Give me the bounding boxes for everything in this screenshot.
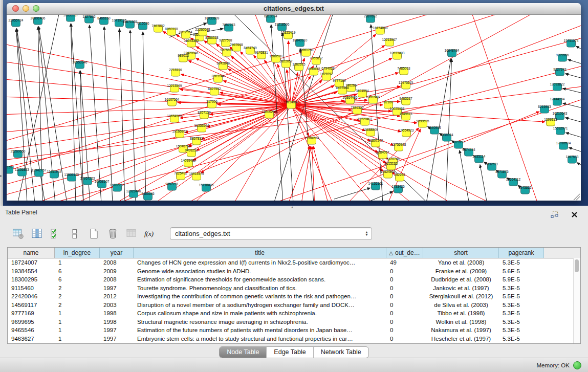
- import-table-icon[interactable]: [125, 227, 138, 239]
- network-node[interactable]: 16353594: [194, 124, 209, 132]
- zoom-window-button[interactable]: [33, 5, 39, 12]
- network-node[interactable]: 17016514: [556, 141, 571, 149]
- network-node[interactable]: 10654112: [506, 178, 521, 186]
- delete-table-icon[interactable]: [106, 227, 119, 239]
- network-node[interactable]: 25260650: [11, 149, 26, 158]
- network-node[interactable]: 9245652: [518, 186, 532, 194]
- network-node[interactable]: 7857223: [222, 23, 235, 31]
- table-row[interactable]: 1830029562008Estimation of significance …: [8, 275, 580, 284]
- network-node[interactable]: 1733426: [391, 185, 405, 193]
- column-header-out_de[interactable]: △out_de…: [386, 248, 423, 258]
- network-node[interactable]: 19218506: [275, 23, 290, 31]
- network-node[interactable]: 12213967: [382, 38, 397, 46]
- network-node[interactable]: 8938924: [440, 133, 453, 141]
- show-columns-icon[interactable]: [30, 227, 43, 239]
- table-row[interactable]: 969969511998Structural magnetic resonanc…: [8, 318, 580, 326]
- network-node[interactable]: 15718485: [199, 183, 214, 191]
- network-node[interactable]: 7663822: [151, 24, 165, 32]
- network-node[interactable]: 2803144: [211, 74, 225, 82]
- network-node[interactable]: 14671355: [123, 20, 138, 28]
- window-titlebar[interactable]: citations_edges.txt: [7, 3, 581, 15]
- network-node[interactable]: 16914479: [189, 172, 204, 180]
- column-header-pagerank[interactable]: pagerank: [499, 248, 544, 258]
- network-node[interactable]: 19166852: [172, 129, 187, 138]
- network-node[interactable]: 13756928: [391, 143, 406, 151]
- network-node[interactable]: 391591: [7, 165, 14, 173]
- network-node[interactable]: 1615132: [384, 162, 398, 170]
- network-node[interactable]: 12942757: [32, 168, 47, 177]
- table-row[interactable]: 1938455462009Genome-wide association stu…: [8, 267, 580, 276]
- network-node[interactable]: 12325419: [281, 31, 296, 39]
- deselect-all-rows-icon[interactable]: [68, 227, 81, 239]
- network-node[interactable]: 12093822: [550, 82, 565, 91]
- minimize-window-button[interactable]: [23, 5, 29, 12]
- network-node[interactable]: 9699695: [416, 119, 429, 127]
- network-node[interactable]: 7955812: [310, 56, 323, 64]
- network-node[interactable]: 2887682: [364, 15, 377, 23]
- tab-node-table[interactable]: Node Table: [220, 347, 267, 358]
- network-node[interactable]: 7832621: [485, 162, 498, 170]
- network-node[interactable]: 7515526: [136, 21, 149, 30]
- network-node[interactable]: 13505135: [64, 173, 79, 181]
- column-header-short[interactable]: short: [423, 248, 499, 258]
- network-node[interactable]: 8466160: [97, 16, 111, 25]
- column-header-year[interactable]: year: [100, 248, 134, 258]
- network-node[interactable]: 1640954: [428, 126, 441, 134]
- select-all-rows-icon[interactable]: [49, 227, 62, 239]
- network-node[interactable]: 19654985: [167, 114, 182, 122]
- network-node[interactable]: 16648784: [445, 49, 460, 57]
- network-node[interactable]: 18640910: [293, 38, 308, 47]
- network-node[interactable]: 9857791: [165, 182, 179, 190]
- table-row[interactable]: 1872400712008Changes of HCN gene express…: [8, 258, 580, 267]
- network-node[interactable]: 8912954: [179, 30, 192, 38]
- close-window-button[interactable]: [12, 5, 19, 12]
- table-row[interactable]: 977716911998Corpus callosum shape and si…: [8, 309, 580, 318]
- network-node[interactable]: 15692971: [553, 126, 568, 135]
- network-node[interactable]: 6813034: [264, 15, 277, 23]
- table-row[interactable]: 946362711997Embryonic stem cells: a mode…: [8, 335, 580, 343]
- network-node[interactable]: 8867833: [190, 137, 203, 145]
- network-node[interactable]: 8186328: [205, 36, 219, 44]
- column-header-title[interactable]: title: [134, 248, 386, 258]
- table-row[interactable]: 911546021997Tourette syndrome. Phenomeno…: [8, 284, 580, 293]
- network-node[interactable]: 989013: [178, 54, 189, 62]
- network-node[interactable]: 14136161: [368, 182, 383, 190]
- table-row[interactable]: 2242004622012Investigating the contribut…: [8, 292, 580, 301]
- network-node[interactable]: 16807249: [368, 139, 383, 147]
- network-node[interactable]: 9875685: [220, 48, 233, 56]
- new-table-icon[interactable]: [87, 227, 100, 239]
- network-node[interactable]: 12444154: [550, 97, 565, 105]
- network-node[interactable]: 9146821: [255, 51, 268, 59]
- network-node[interactable]: 8215953: [538, 105, 551, 113]
- network-node[interactable]: 2935114: [473, 155, 486, 163]
- network-node[interactable]: 9463627: [399, 97, 412, 105]
- network-node[interactable]: 19524861: [381, 170, 396, 178]
- splitter-grip[interactable]: ▴: [291, 205, 293, 209]
- network-node[interactable]: 11156883: [15, 168, 29, 176]
- network-node[interactable]: 7386322: [351, 106, 364, 114]
- network-node[interactable]: 7485063: [397, 67, 410, 75]
- tab-network-table[interactable]: Network Table: [314, 347, 368, 358]
- table-vertical-scrollbar[interactable]: [573, 258, 580, 343]
- network-node[interactable]: 10958107: [95, 180, 110, 188]
- network-node[interactable]: 1621072: [320, 72, 333, 80]
- network-node[interactable]: 6879197: [452, 140, 465, 148]
- function-builder-icon[interactable]: f(x): [144, 227, 157, 239]
- network-node[interactable]: 1362615: [292, 62, 306, 71]
- network-node[interactable]: 10688809: [363, 128, 378, 136]
- close-panel-icon[interactable]: [568, 208, 581, 221]
- network-node[interactable]: 22055724: [9, 18, 24, 27]
- network-node[interactable]: 9227343: [553, 68, 567, 76]
- network-node[interactable]: 20553346: [73, 60, 88, 69]
- network-node[interactable]: 11451944: [47, 170, 62, 178]
- network-node[interactable]: 20691406: [31, 16, 46, 25]
- network-node[interactable]: 9329966: [556, 53, 569, 61]
- network-node[interactable]: 252254: [394, 173, 405, 181]
- network-node[interactable]: 8471676: [495, 170, 509, 178]
- network-node[interactable]: 2718126: [169, 68, 182, 76]
- network-node[interactable]: 317006: [206, 100, 217, 108]
- network-node[interactable]: 15751074: [564, 39, 579, 47]
- table-row[interactable]: 1456911722003Disruption of a novel membe…: [8, 301, 580, 310]
- network-node[interactable]: 16543382: [184, 39, 199, 47]
- tab-edge-table[interactable]: Edge Table: [267, 347, 313, 358]
